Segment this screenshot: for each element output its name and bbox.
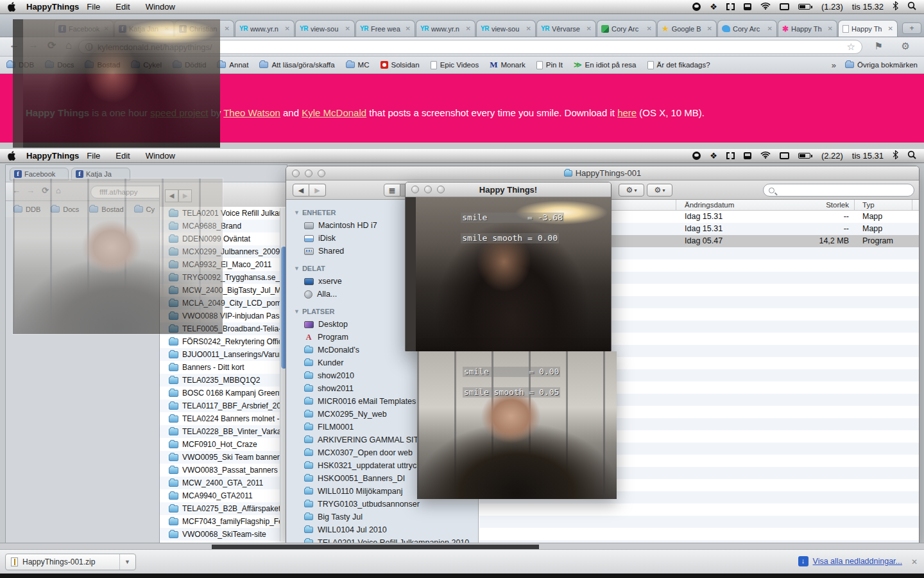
menu-window[interactable]: Window xyxy=(146,2,175,12)
file-row[interactable]: MCW_2400_GTA_2011 xyxy=(160,477,287,489)
file-row[interactable]: MCF7043_familyFlagship_Fes xyxy=(160,515,287,528)
bookmark-item[interactable]: Solsidan xyxy=(381,61,420,69)
bookmark-item[interactable]: ≫En idiot på resa xyxy=(574,60,636,69)
column-header-type[interactable]: Typ xyxy=(862,201,875,209)
file-row[interactable]: VWO0095_Ski Team banner- xyxy=(160,451,287,464)
tab-close-icon[interactable]: ✕ xyxy=(526,25,531,32)
sidebar-item[interactable]: TELA0201 Voice Refill Julkampanjen 2010 xyxy=(294,536,478,543)
tab-close-icon[interactable]: ✕ xyxy=(285,25,290,32)
bookmarks-overflow-chevron[interactable]: » xyxy=(832,60,836,70)
bluetooth-icon[interactable] xyxy=(893,1,898,12)
new-tab-button[interactable]: + xyxy=(902,22,921,34)
battery-icon[interactable] xyxy=(798,153,812,159)
file-row[interactable]: FÖRS0242_Rekrytering Office xyxy=(160,335,287,348)
dropbox-icon[interactable]: ❖ xyxy=(710,152,717,160)
file-row[interactable]: BJUO0011_Lanserings/Varun xyxy=(160,348,287,361)
bookmark-item[interactable]: MMonark xyxy=(490,60,526,70)
browser-tab[interactable]: YRview-sou✕ xyxy=(295,20,355,37)
sidebar-item[interactable]: Big Tasty Jul xyxy=(294,511,478,523)
chat-icon[interactable] xyxy=(692,3,701,11)
banner-link[interactable]: Kyle McDonald xyxy=(302,107,366,118)
apple-menu-icon[interactable] xyxy=(8,151,16,161)
bookmark-item[interactable]: MC xyxy=(346,61,370,69)
bookmark-item[interactable]: Är det fikadags? xyxy=(647,61,710,69)
tab-close-icon[interactable]: ✕ xyxy=(466,25,471,32)
monitor-icon[interactable] xyxy=(780,152,789,159)
banner-link[interactable]: Theo Watson xyxy=(223,107,280,118)
action-menu-button[interactable]: ⚙▾ xyxy=(647,184,672,197)
file-row[interactable]: TELA0117_BBF_Arsbrief_201 xyxy=(160,399,287,412)
file-row[interactable]: VWO0083_Passat_banners xyxy=(160,464,287,477)
chevron-down-icon[interactable]: ▼ xyxy=(119,554,130,570)
browser-tab[interactable]: ★Google B✕ xyxy=(657,20,717,37)
icon-view-button[interactable]: ▦ xyxy=(384,184,400,197)
file-row[interactable]: Banners - Ditt kort xyxy=(160,361,287,374)
finder-titlebar[interactable]: HappyThings-001 xyxy=(286,166,919,180)
quicklook-button[interactable]: ⚙▾ xyxy=(619,184,644,197)
tab-close-icon[interactable]: ✕ xyxy=(406,25,411,32)
file-row[interactable]: TELA0275_B2B_Affärspaket xyxy=(160,502,287,515)
dropbox-icon[interactable]: ❖ xyxy=(710,3,717,11)
app-menu[interactable]: HappyThings xyxy=(26,151,79,161)
disclosure-triangle-icon[interactable]: ▼ xyxy=(294,308,300,315)
capture-icon[interactable] xyxy=(726,152,735,159)
chat-icon[interactable] xyxy=(692,152,701,160)
monitor-icon[interactable] xyxy=(780,3,789,10)
menu-file[interactable]: File xyxy=(87,2,100,12)
bookmark-item[interactable]: Pin It xyxy=(536,61,563,69)
column-header-size[interactable]: Storlek xyxy=(735,201,849,209)
tab-close-icon[interactable]: ✕ xyxy=(707,25,712,32)
forward-button[interactable]: ▶ xyxy=(309,184,326,197)
download-item-button[interactable]: HappyThings-001.zip ▼ xyxy=(5,554,136,570)
file-row[interactable]: MCF0910_Hot_Craze xyxy=(160,438,287,451)
banner-link[interactable]: here xyxy=(617,107,637,118)
browser-tab[interactable]: Cory Arc✕ xyxy=(597,20,656,37)
browser-tab[interactable]: YRwww.yr.n✕ xyxy=(235,20,295,37)
sidebar-item[interactable]: TRYG0103_utbudsannonser xyxy=(294,498,478,511)
spotlight-search-icon[interactable] xyxy=(907,150,916,161)
tab-close-icon[interactable]: ✕ xyxy=(767,25,773,32)
sidebar-item[interactable]: WILL0104 Jul 2010 xyxy=(294,523,478,536)
apple-menu-icon[interactable] xyxy=(8,2,16,12)
bookmark-item[interactable]: Epic Videos xyxy=(431,61,479,69)
tab-close-icon[interactable]: ✕ xyxy=(888,25,893,32)
tab-close-icon[interactable]: ✕ xyxy=(225,25,230,32)
bookmark-item[interactable]: Att läsa/göra/skaffa xyxy=(259,61,334,69)
file-row[interactable]: MCA9940_GTA2011 xyxy=(160,489,287,502)
tab-close-icon[interactable]: ✕ xyxy=(647,25,652,32)
wrench-icon[interactable]: ⚙ xyxy=(902,40,910,52)
bookmark-item[interactable]: Annat xyxy=(217,61,248,69)
browser-tab[interactable]: YRVêrvarse✕ xyxy=(536,20,596,37)
tab-close-icon[interactable]: ✕ xyxy=(828,25,833,32)
tab-close-icon[interactable]: ✕ xyxy=(586,25,592,32)
file-row[interactable]: TELA0224 Banners molnet - xyxy=(160,412,287,425)
file-row[interactable]: TELA0228_BB_Vinter_Varkam xyxy=(160,425,287,438)
file-row[interactable]: TELA0235_MBBQ1Q2 xyxy=(160,374,287,387)
wifi-icon[interactable] xyxy=(760,2,771,12)
flag-icon[interactable]: ⚑ xyxy=(875,40,883,52)
display-icon[interactable] xyxy=(744,3,751,10)
file-row[interactable]: VWO0068_SkiTeam-site xyxy=(160,528,287,541)
spotlight-search-icon[interactable] xyxy=(907,1,916,12)
menu-clock[interactable]: tis 15.31 xyxy=(852,151,884,161)
file-row[interactable]: BOSC 0168 Kampanj Greente xyxy=(160,387,287,399)
disclosure-triangle-icon[interactable]: ▼ xyxy=(294,265,300,272)
back-button[interactable]: ◀ xyxy=(293,184,309,197)
app-menu[interactable]: HappyThings xyxy=(26,2,79,12)
browser-tab[interactable]: ✱Happy Th✕ xyxy=(778,20,837,37)
back-forward-control[interactable]: ◀▶ xyxy=(293,184,326,197)
disclosure-triangle-icon[interactable]: ▼ xyxy=(294,209,300,216)
column-header-date[interactable]: Ändringsdatum xyxy=(685,201,734,209)
menu-window[interactable]: Window xyxy=(146,151,175,161)
wifi-icon[interactable] xyxy=(760,151,771,161)
bluetooth-icon[interactable] xyxy=(893,150,898,161)
tab-close-icon[interactable]: ✕ xyxy=(345,25,350,32)
browser-tab[interactable]: YRwww.yr.n✕ xyxy=(416,20,475,37)
menu-edit[interactable]: Edit xyxy=(116,151,130,161)
display-icon[interactable] xyxy=(744,152,751,159)
browser-tab[interactable]: YRview-sou✕ xyxy=(476,20,536,37)
other-bookmarks-button[interactable]: Övriga bokmärken xyxy=(845,61,918,69)
browser-tab[interactable]: YRFree wea✕ xyxy=(355,20,415,37)
close-shelf-icon[interactable]: ✕ xyxy=(911,557,918,566)
menu-file[interactable]: File xyxy=(87,151,100,161)
